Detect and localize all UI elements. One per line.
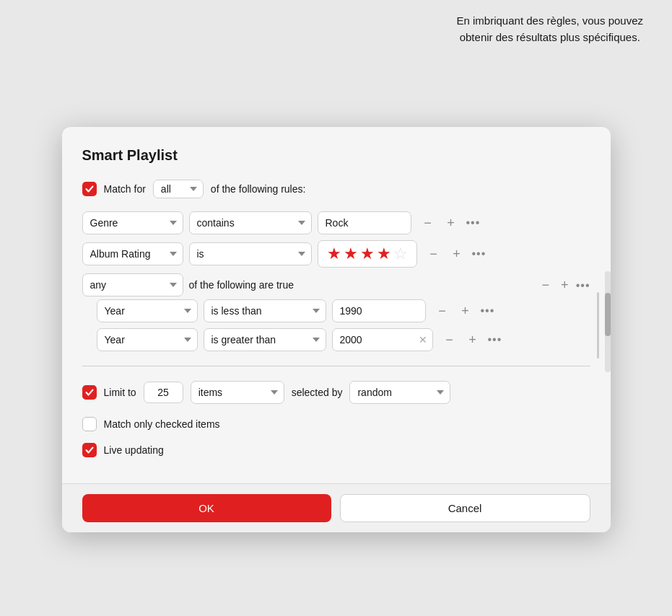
nested-remove-button[interactable]: − <box>538 278 554 291</box>
dialog-title: Smart Playlist <box>82 147 590 164</box>
genre-add-button[interactable]: + <box>443 216 459 229</box>
album-rating-add-button[interactable]: + <box>449 247 465 260</box>
year-gt-value-container: ✕ <box>332 328 433 351</box>
rule-row-genre: Genre contains − + ••• <box>82 211 590 234</box>
year-gt-rule-actions: − + ••• <box>442 333 502 346</box>
star-4[interactable]: ★ <box>377 245 391 263</box>
any-label: of the following are true <box>189 279 294 291</box>
album-rating-rule-actions: − + ••• <box>426 247 486 260</box>
stars-input[interactable]: ★ ★ ★ ★ ☆ <box>318 240 417 268</box>
star-5[interactable]: ☆ <box>393 245 408 263</box>
dialog-body: Smart Playlist Match for all any none of… <box>62 127 611 483</box>
nested-combinator-select[interactable]: any all none <box>82 273 183 296</box>
year-lt-remove-button[interactable]: − <box>435 304 450 317</box>
year-lt-add-button[interactable]: + <box>458 304 474 317</box>
genre-field-select[interactable]: Genre <box>82 211 183 234</box>
year-lt-operator-select[interactable]: is less than is greater than is is not i… <box>204 299 326 322</box>
limit-unit-select[interactable]: items hours minutes MB GB <box>191 381 284 404</box>
match-label-post: of the following rules: <box>211 183 306 195</box>
cancel-button[interactable]: Cancel <box>340 494 590 522</box>
scrollbar-thumb[interactable] <box>605 293 611 336</box>
nested-add-button[interactable]: + <box>557 278 572 291</box>
limit-value-input[interactable] <box>144 382 183 403</box>
album-rating-operator-select[interactable]: is <box>189 242 312 265</box>
rule-row-album-rating: Album Rating is ★ ★ ★ ★ ☆ − + ••• <box>82 240 590 268</box>
live-updating-row: Live updating <box>82 443 590 457</box>
limit-row: Limit to items hours minutes MB GB selec… <box>82 381 590 404</box>
nested-rule-year-lt: Year is less than is greater than is is … <box>97 299 590 322</box>
match-label-pre: Match for <box>104 183 146 195</box>
year-gt-value-input[interactable] <box>332 328 433 351</box>
year-lt-value-input[interactable] <box>332 299 426 322</box>
star-2[interactable]: ★ <box>344 245 358 263</box>
album-rating-field-select[interactable]: Album Rating <box>82 242 183 265</box>
year-lt-field-select[interactable]: Year <box>97 299 198 322</box>
genre-rule-actions: − + ••• <box>420 216 481 229</box>
album-rating-more-button[interactable]: ••• <box>472 247 486 260</box>
star-1[interactable]: ★ <box>327 245 341 263</box>
match-checkbox[interactable] <box>82 182 97 196</box>
year-gt-remove-button[interactable]: − <box>442 333 458 346</box>
divider <box>82 366 590 366</box>
tooltip-line1: En imbriquant des règles, vous pouvez <box>457 14 643 27</box>
year-gt-more-button[interactable]: ••• <box>488 333 502 346</box>
ok-button[interactable]: OK <box>82 494 331 522</box>
nested-group-actions: − + ••• <box>538 278 590 292</box>
limit-checkbox[interactable] <box>82 385 97 400</box>
nested-rules: Year is less than is greater than is is … <box>97 299 590 351</box>
match-checked-label: Match only checked items <box>104 418 220 430</box>
nested-group-container: any all none of the following are true −… <box>82 273 590 351</box>
genre-value-input[interactable] <box>318 211 411 234</box>
year-lt-rule-actions: − + ••• <box>435 304 495 317</box>
rules-section: Genre contains − + ••• Album Rating i <box>82 211 590 351</box>
limit-label-mid: selected by <box>292 387 343 398</box>
live-updating-checkbox[interactable] <box>82 443 97 457</box>
year-gt-operator-select[interactable]: is greater than is less than is is not i… <box>204 328 326 351</box>
year-gt-add-button[interactable]: + <box>465 333 481 346</box>
dialog-footer: OK Cancel <box>62 483 611 532</box>
scrollbar-track[interactable] <box>605 271 611 372</box>
smart-playlist-dialog: Smart Playlist Match for all any none of… <box>62 127 611 532</box>
match-row: Match for all any none of the following … <box>82 180 590 198</box>
nested-rule-year-gt: Year is greater than is less than is is … <box>97 328 590 351</box>
any-row: any all none of the following are true −… <box>82 273 590 296</box>
limit-label-pre: Limit to <box>104 387 136 398</box>
limit-sort-select[interactable]: random album artist genre title rating p… <box>349 381 450 404</box>
nested-more-button[interactable]: ••• <box>576 279 590 292</box>
genre-more-button[interactable]: ••• <box>466 216 481 229</box>
match-checked-row: Match only checked items <box>82 417 590 431</box>
year-gt-clear-button[interactable]: ✕ <box>419 335 427 345</box>
tooltip-line2: obtenir des résultats plus spécifiques. <box>460 31 640 43</box>
album-rating-remove-button[interactable]: − <box>426 247 442 260</box>
match-checked-checkbox[interactable] <box>82 417 97 431</box>
match-combinator-select[interactable]: all any none <box>153 180 204 198</box>
live-updating-label: Live updating <box>104 444 164 456</box>
tooltip: En imbriquant des règles, vous pouvez ob… <box>457 13 643 45</box>
genre-operator-select[interactable]: contains <box>189 211 312 234</box>
star-3[interactable]: ★ <box>360 245 375 263</box>
genre-remove-button[interactable]: − <box>420 216 436 229</box>
year-gt-field-select[interactable]: Year <box>97 328 198 351</box>
year-lt-more-button[interactable]: ••• <box>481 304 495 317</box>
